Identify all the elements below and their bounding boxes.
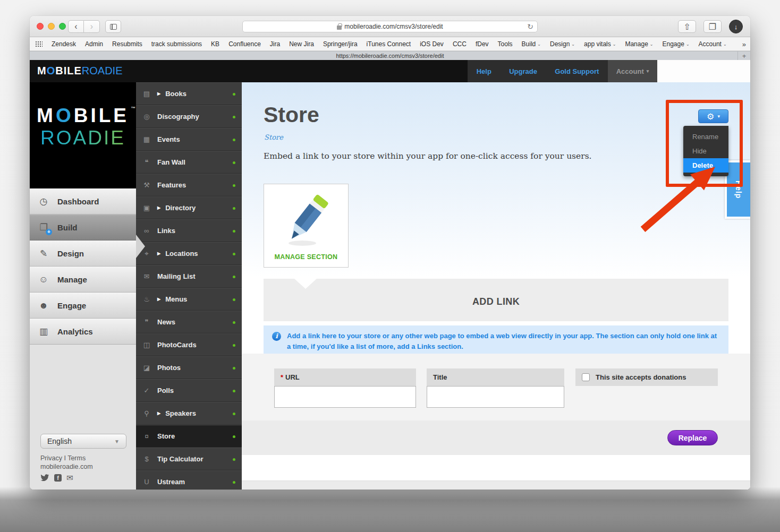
section-icon: ❞ (136, 318, 157, 326)
site-link[interactable]: mobileroadie.com (40, 462, 93, 471)
email-icon[interactable]: ✉ (66, 474, 73, 482)
bookmark-label: Account (699, 40, 722, 48)
sidebar-nav-item[interactable]: ◷ Dashboard (30, 188, 136, 214)
build-menu-item[interactable]: ◫ ▶ PhotoCards (136, 333, 242, 356)
add-link-title: ADD LINK (264, 296, 728, 307)
active-tab[interactable]: https://mobileroadie.com/cmsv3/store/edi… (336, 53, 444, 59)
build-menu-item[interactable]: ¤ ▶ Store (136, 425, 242, 448)
language-select[interactable]: English ▼ (40, 434, 126, 449)
replace-button[interactable]: Replace (667, 430, 718, 445)
action-bar: Replace (242, 421, 750, 455)
bookmark-item[interactable]: Resubmits ⌄ (112, 40, 142, 48)
title-input[interactable] (427, 386, 564, 408)
twitter-icon[interactable] (40, 474, 49, 482)
build-menu-item[interactable]: ✉ ▶ Mailing List (136, 265, 242, 288)
build-menu-item[interactable]: ◎ ▶ Discography (136, 105, 242, 128)
reload-icon[interactable]: ↻ (527, 22, 533, 31)
build-menu-item[interactable]: ▦ ▶ Events (136, 128, 242, 151)
bookmark-item[interactable]: Build ⌄ (522, 40, 541, 48)
nav-item-label: Dashboard (57, 197, 99, 206)
bookmark-item[interactable]: Admin ⌄ (85, 40, 103, 48)
section-label: News (157, 318, 175, 326)
build-menu-item[interactable]: ♨ ▶ Menus (136, 288, 242, 311)
sidebar-nav-item[interactable]: ☺ Manage (30, 267, 136, 293)
bookmark-item[interactable]: track submissions ⌄ (151, 40, 202, 48)
bookmark-item[interactable]: New Jira ⌄ (289, 40, 314, 48)
gold-support-link[interactable]: Gold Support (555, 67, 599, 75)
build-menu-item[interactable]: ◪ ▶ Photos (136, 356, 242, 379)
url-input[interactable] (274, 386, 416, 408)
frequently-visited-icon[interactable] (35, 41, 43, 47)
bookmark-item[interactable]: app vitals ⌄ (584, 40, 616, 48)
zoom-window-button[interactable] (59, 23, 66, 30)
expand-arrow-icon[interactable]: ▶ (157, 205, 160, 210)
bookmark-item[interactable]: Engage ⌄ (663, 40, 690, 48)
bookmark-item[interactable]: Confluence ⌄ (228, 40, 261, 48)
build-menu-item[interactable]: ▤ ▶ Books (136, 82, 242, 105)
tab-overview-button[interactable]: ❐ (703, 20, 722, 33)
bookmarks-overflow-button[interactable]: » (742, 40, 746, 48)
section-label: Ustream (157, 478, 185, 486)
section-icon: $ (136, 455, 157, 463)
status-dot (233, 390, 235, 392)
section-label: Links (157, 227, 175, 235)
build-menu-item[interactable]: ❞ ▶ News (136, 311, 242, 333)
bookmark-item[interactable]: Design ⌄ (550, 40, 575, 48)
downloads-button[interactable]: ↓ (729, 20, 743, 33)
bookmark-label: track submissions (151, 40, 202, 48)
build-menu-item[interactable]: U ▶ Ustream (136, 470, 242, 490)
forward-button[interactable]: › (84, 20, 100, 33)
build-menu-item[interactable]: ⚒ ▶ Features (136, 174, 242, 196)
expand-arrow-icon[interactable]: ▶ (157, 297, 160, 302)
minimize-window-button[interactable] (48, 23, 55, 30)
build-menu-item[interactable]: $ ▶ Tip Calculator (136, 448, 242, 470)
bookmark-item[interactable]: KB ⌄ (211, 40, 219, 48)
section-label: Store (157, 432, 175, 440)
status-dot (233, 367, 235, 370)
address-bar[interactable]: mobileroadie.com/cmsv3/store/edit ↻ (242, 21, 538, 32)
expand-arrow-icon[interactable]: ▶ (157, 251, 160, 256)
build-menu-item[interactable]: ✓ ▶ Polls (136, 379, 242, 402)
bookmark-item[interactable]: Account ⌄ (699, 40, 727, 48)
expand-arrow-icon[interactable]: ▶ (157, 411, 160, 416)
status-dot (233, 207, 235, 210)
share-button[interactable]: ⇧ (678, 20, 696, 33)
plus-badge-icon: + (46, 229, 52, 235)
bookmark-item[interactable]: fDev ⌄ (476, 40, 489, 48)
expand-arrow-icon[interactable]: ▶ (157, 91, 160, 96)
sidebar-nav-item[interactable]: ▥ Analytics (30, 319, 136, 345)
upgrade-link[interactable]: Upgrade (509, 67, 537, 75)
sidebar-nav-item[interactable]: ☻ Engage (30, 293, 136, 319)
bookmark-item[interactable]: Springer/jira ⌄ (323, 40, 358, 48)
facebook-icon[interactable]: f (54, 474, 62, 482)
sidebar-nav-item[interactable]: ❐+ Build (30, 214, 136, 241)
bookmark-item[interactable]: Jira ⌄ (270, 40, 280, 48)
sidebar-toggle-button[interactable] (105, 20, 121, 33)
build-menu-item[interactable]: ▣ ▶ Directory (136, 196, 242, 219)
bookmark-item[interactable]: Manage ⌄ (625, 40, 653, 48)
account-menu-button[interactable]: Account ▾ (608, 60, 657, 82)
bookmark-item[interactable]: iOS Dev ⌄ (420, 40, 444, 48)
bookmark-item[interactable]: Zendesk ⌄ (52, 40, 76, 48)
back-button[interactable]: ‹ (68, 20, 84, 33)
privacy-terms-link[interactable]: Privacy I Terms (40, 454, 93, 462)
help-link[interactable]: Help (477, 67, 491, 75)
donations-checkbox[interactable] (582, 373, 590, 381)
breadcrumb[interactable]: Store (264, 133, 283, 141)
bookmark-item[interactable]: Tools ⌄ (498, 40, 513, 48)
bookmark-item[interactable]: iTunes Connect ⌄ (367, 40, 411, 48)
build-menu-item[interactable]: ⌖ ▶ Locations (136, 242, 242, 265)
pencil-icon (281, 194, 331, 247)
bookmark-item[interactable]: CCC ⌄ (453, 40, 467, 48)
build-menu-item[interactable]: ⚲ ▶ Speakers (136, 402, 242, 425)
sidebar-nav-item[interactable]: ✎ Design (30, 241, 136, 267)
selected-section-arrow (136, 235, 145, 258)
section-icon: ◫ (136, 341, 157, 349)
build-menu-item[interactable]: ❝ ▶ Fan Wall (136, 151, 242, 174)
mobileroadie-logo[interactable]: MOBILEROADIE (37, 65, 122, 77)
manage-section-card[interactable]: MANAGE SECTION (264, 184, 349, 268)
new-tab-button[interactable]: + (737, 52, 750, 60)
close-window-button[interactable] (37, 23, 44, 30)
build-menu-item[interactable]: ∞ ▶ Links (136, 219, 242, 242)
bookmark-label: Engage (663, 40, 684, 48)
